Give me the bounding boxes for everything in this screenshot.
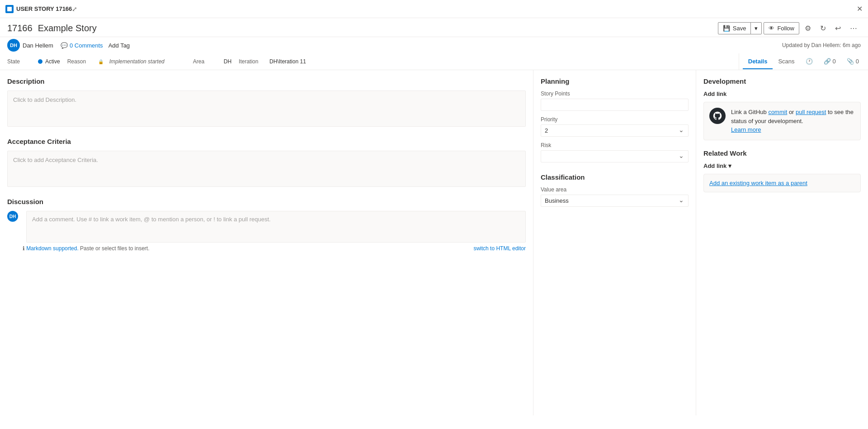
acceptance-criteria-input[interactable]: Click to add Acceptance Criteria. — [7, 151, 526, 187]
state-field: State Active — [7, 58, 60, 65]
middle-panel: Planning Story Points Priority 1 2 3 4 R… — [533, 70, 696, 415]
expand-button[interactable]: ⤢ — [72, 5, 77, 13]
iteration-field: Iteration DH\Iteration 11 — [239, 58, 306, 65]
area-value[interactable]: DH — [224, 58, 231, 65]
area-label: Area — [193, 58, 220, 65]
eye-icon: 👁 — [769, 25, 774, 32]
github-icon — [709, 108, 726, 124]
related-work-title: Related Work — [703, 149, 861, 157]
save-main[interactable]: 💾 Save — [718, 23, 751, 34]
priority-select[interactable]: 1 2 3 4 — [541, 124, 689, 137]
description-section: Description Click to add Description. — [7, 77, 526, 127]
priority-select-wrapper: 1 2 3 4 — [541, 124, 689, 137]
discussion-title: Discussion — [7, 198, 526, 205]
area-field: Area DH — [193, 58, 231, 65]
or-label: or — [789, 109, 796, 115]
planning-title: Planning — [541, 77, 689, 85]
risk-select-wrapper: Low Medium High — [541, 150, 689, 162]
comments-count: 0 Comments — [70, 42, 103, 49]
related-add-link-label: Add link — [703, 162, 726, 169]
related-card: Add an existing work item as a parent — [703, 174, 861, 192]
priority-field: Priority 1 2 3 4 — [541, 116, 689, 137]
undo-button[interactable]: ↩ — [831, 22, 844, 35]
comments-link[interactable]: 💬 0 Comments — [61, 42, 103, 49]
comment-box: DH Add a comment. Use # to link a work i… — [7, 211, 526, 243]
risk-field: Risk Low Medium High — [541, 142, 689, 162]
refresh-button[interactable]: ↻ — [816, 22, 830, 35]
follow-label: Follow — [777, 25, 794, 32]
iteration-value[interactable]: DH\Iteration 11 — [269, 58, 306, 65]
markdown-link[interactable]: Markdown supported. — [26, 245, 78, 252]
switch-editor-link[interactable]: switch to HTML editor — [473, 245, 526, 252]
value-area-select[interactable]: Architectural Business — [541, 195, 689, 207]
comment-footer: ℹ Markdown supported. Paste or select fi… — [7, 245, 526, 252]
reason-label: Reason — [67, 58, 94, 65]
fields-section: State Active Reason 🔒 Implementation sta… — [0, 53, 739, 70]
left-panel: Description Click to add Description. Ac… — [0, 70, 533, 415]
github-card: Link a GitHub commit or pull request to … — [703, 102, 861, 140]
work-item-title[interactable]: Example Story — [38, 23, 718, 33]
commit-link[interactable]: commit — [768, 109, 787, 115]
acceptance-criteria-title: Acceptance Criteria — [7, 138, 526, 145]
description-title: Description — [7, 77, 526, 85]
risk-select[interactable]: Low Medium High — [541, 150, 689, 162]
avatar: DH — [7, 39, 20, 52]
comment-icon: 💬 — [61, 42, 68, 49]
tab-details[interactable]: Details — [743, 54, 773, 69]
state-text[interactable]: Active — [45, 58, 60, 65]
attachments-count: 0 — [856, 58, 859, 65]
save-icon: 💾 — [723, 25, 730, 32]
development-section: Development Add link Link a GitHub commi… — [703, 77, 861, 140]
classification-section: Classification Value area Architectural … — [541, 173, 689, 207]
tabs-section: Details Scans 🕐 🔗 0 📎 0 — [739, 53, 868, 70]
avatar-initials: DH — [10, 43, 17, 48]
more-options-button[interactable]: ⋯ — [846, 22, 861, 35]
add-tag-button[interactable]: Add Tag — [108, 42, 130, 49]
story-points-input[interactable] — [541, 99, 689, 111]
header-row: 17166 Example Story 💾 Save ▾ 👁 Follow ⚙ … — [0, 18, 868, 37]
follow-button[interactable]: 👁 Follow — [764, 22, 799, 34]
tab-links[interactable]: 🔗 0 — [818, 54, 841, 69]
description-input[interactable]: Click to add Description. — [7, 91, 526, 127]
tab-history[interactable]: 🕐 — [800, 54, 818, 69]
story-points-field: Story Points — [541, 91, 689, 111]
main-layout: Description Click to add Description. Ac… — [0, 70, 868, 415]
add-parent-link[interactable]: Add an existing work item as a parent — [709, 180, 807, 186]
comment-avatar-initials: DH — [9, 214, 16, 219]
title-bar: USER STORY 17166 ⤢ ✕ — [0, 0, 868, 18]
settings-button[interactable]: ⚙ — [801, 22, 815, 35]
discussion-section: Discussion DH Add a comment. Use # to li… — [7, 198, 526, 252]
info-icon: ℹ — [23, 245, 25, 252]
attachment-icon: 📎 — [847, 58, 854, 65]
save-button[interactable]: 💾 Save ▾ — [718, 22, 762, 34]
links-count: 0 — [833, 58, 836, 65]
story-icon — [5, 5, 14, 13]
reason-value: 🔒 Implementation started — [98, 57, 168, 66]
priority-label: Priority — [541, 116, 689, 123]
tab-attachments[interactable]: 📎 0 — [841, 54, 864, 69]
dev-add-link-button[interactable]: Add link — [703, 91, 726, 97]
learn-more-link[interactable]: Learn more — [731, 126, 761, 133]
state-value: Active — [38, 58, 60, 65]
tab-scans[interactable]: Scans — [773, 54, 800, 69]
fields-tabs-row: State Active Reason 🔒 Implementation sta… — [0, 53, 868, 70]
author-section: DH Dan Hellem — [7, 39, 53, 52]
title-bar-label: USER STORY 17166 — [16, 5, 72, 12]
comment-avatar: DH — [7, 211, 18, 222]
save-dropdown-arrow[interactable]: ▾ — [751, 23, 761, 34]
header-actions: 💾 Save ▾ 👁 Follow ⚙ ↻ ↩ ⋯ — [718, 22, 861, 35]
related-add-link-button[interactable]: Add link ▾ — [703, 162, 731, 169]
svg-rect-1 — [7, 7, 12, 9]
reason-text[interactable]: Implementation started — [106, 57, 168, 66]
acceptance-criteria-section: Acceptance Criteria Click to add Accepta… — [7, 138, 526, 187]
author-name: Dan Hellem — [23, 42, 53, 49]
close-button[interactable]: ✕ — [857, 5, 863, 13]
lock-icon: 🔒 — [98, 59, 104, 64]
comment-input[interactable]: Add a comment. Use # to link a work item… — [26, 211, 526, 243]
github-card-text: Link a GitHub commit or pull request to … — [731, 108, 855, 134]
state-label: State — [7, 58, 34, 65]
meta-bar: DH Dan Hellem 💬 0 Comments Add Tag Updat… — [0, 37, 868, 53]
right-panel: Development Add link Link a GitHub commi… — [696, 70, 868, 415]
planning-section: Planning Story Points Priority 1 2 3 4 R… — [541, 77, 689, 162]
pull-request-link[interactable]: pull request — [796, 109, 826, 115]
